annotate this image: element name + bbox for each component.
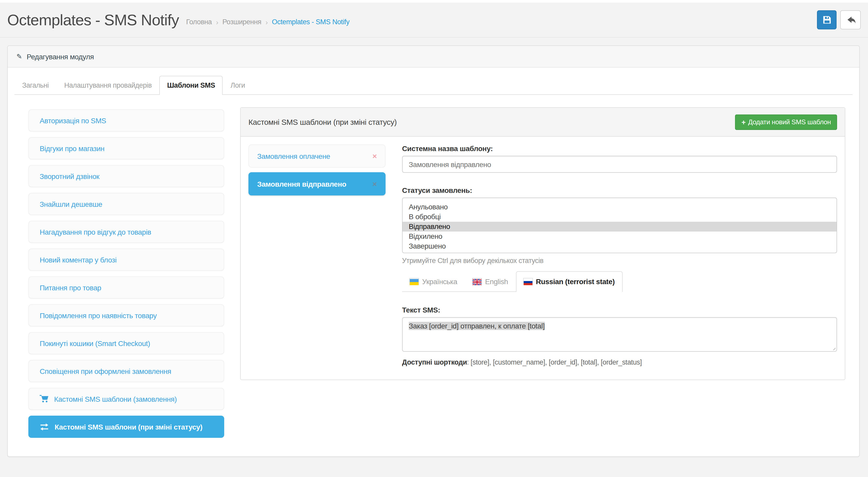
breadcrumb-current[interactable]: Octemplates - SMS Notify	[272, 18, 349, 26]
tab-providers[interactable]: Налаштування провайдерів	[57, 76, 159, 94]
statuses-hint: Утримуйте Ctrl для вибору декількох стат…	[402, 257, 837, 265]
status-option[interactable]: Завершено	[403, 241, 837, 251]
content-panel-heading: Кастомні SMS шаблони (при зміні статусу)…	[241, 108, 845, 137]
tab-logs[interactable]: Логи	[223, 76, 253, 94]
breadcrumb-home[interactable]: Головна	[186, 18, 212, 26]
page-title: Octemplates - SMS Notify	[7, 11, 179, 29]
breadcrumb-separator-icon: ›	[266, 18, 268, 26]
module-edit-panel: ✎ Редагування модуля Загальні Налаштуван…	[7, 46, 860, 457]
breadcrumb-separator-icon: ›	[216, 18, 218, 26]
shortcodes-help: Доступні шорткоди: [store], [customer_na…	[402, 358, 837, 366]
shortcodes-list: : [store], [customer_name], [order_id], …	[467, 358, 642, 366]
status-option-selected[interactable]: Відправлено	[403, 222, 837, 232]
save-button[interactable]	[817, 10, 837, 29]
module-panel-body: Загальні Налаштування провайдерів Шаблон…	[8, 76, 859, 444]
order-statuses-listbox[interactable]: Анульовано В обробці Відправлено Відхиле…	[402, 198, 837, 253]
shortcodes-label: Доступні шорткоди	[402, 358, 467, 366]
reply-arrow-icon	[845, 16, 856, 24]
module-tabs: Загальні Налаштування провайдерів Шаблон…	[14, 76, 852, 95]
page-header: Octemplates - SMS Notify Головна › Розши…	[0, 3, 868, 38]
template-form: Системна назва шаблону: Статуси замовлен…	[402, 144, 837, 366]
sidebar-item-product-question[interactable]: Питання про товар	[28, 276, 224, 299]
sidebar-item-sms-auth[interactable]: Авторизація по SMS	[28, 109, 224, 131]
language-tab-ukrainian[interactable]: Українська	[402, 271, 465, 291]
custom-status-templates-panel: Кастомні SMS шаблони (при зміні статусу)…	[240, 107, 845, 380]
sidebar-item-stock-notification[interactable]: Повідомлення про наявність товару	[28, 304, 224, 326]
sidebar-item-callback[interactable]: Зворотний дзвінок	[28, 165, 224, 187]
plus-icon: +	[741, 118, 746, 126]
status-option[interactable]: В обробці	[403, 212, 837, 222]
exchange-arrows-icon	[40, 423, 49, 430]
pencil-icon: ✎	[17, 53, 22, 60]
remove-template-icon[interactable]: ×	[372, 152, 377, 160]
shopping-cart-icon	[40, 395, 49, 403]
status-option[interactable]: Анульовано	[403, 202, 837, 212]
language-tab-russian[interactable]: Russian (terrorist state)	[516, 271, 622, 292]
top-strip	[0, 0, 868, 3]
module-panel-title: Редагування модуля	[27, 52, 94, 61]
tab-general[interactable]: Загальні	[14, 76, 57, 94]
admin-page: Octemplates - SMS Notify Головна › Розши…	[0, 0, 868, 477]
add-template-button[interactable]: + Додати новий SMS шаблон	[735, 114, 837, 130]
status-option[interactable]: Відхилено	[403, 232, 837, 241]
template-type-list: Авторизація по SMS Відгуки про магазин З…	[28, 109, 224, 444]
language-tabs: Українська	[402, 271, 622, 292]
tab-sms-templates[interactable]: Шаблони SMS	[159, 76, 223, 95]
flag-ukraine-icon	[410, 278, 418, 285]
sms-text-selected: Заказ [order_id] отправлен, к оплате [to…	[409, 322, 545, 330]
sidebar-item-store-reviews[interactable]: Відгуки про магазин	[28, 137, 224, 159]
sidebar-item-custom-templates-order[interactable]: Кастомні SMS шаблони (замовлення)	[28, 388, 224, 410]
breadcrumb: Головна › Розширення › Octemplates - SMS…	[186, 18, 349, 26]
template-chip-order-shipped[interactable]: Замовлення відправлено ×	[248, 172, 385, 196]
sidebar-item-order-notification[interactable]: Сповіщення при оформлені замовлення	[28, 360, 224, 382]
template-chip-order-paid[interactable]: Замовлення оплачене ×	[248, 144, 385, 168]
textarea-resize-handle[interactable]	[831, 346, 836, 350]
header-actions	[817, 10, 861, 29]
module-panel-heading: ✎ Редагування модуля	[8, 46, 859, 67]
content-panel-title: Кастомні SMS шаблони (при зміні статусу)	[248, 118, 397, 126]
content-panel-body: Замовлення оплачене × Замовлення відправ…	[241, 137, 845, 380]
breadcrumb-extensions[interactable]: Розширення	[222, 18, 261, 26]
template-name-label: Системна назва шаблону:	[402, 144, 837, 153]
remove-template-icon[interactable]: ×	[372, 179, 377, 188]
template-chip-list: Замовлення оплачене × Замовлення відправ…	[248, 144, 385, 200]
language-tab-english[interactable]: English	[465, 271, 516, 291]
sidebar-item-found-cheaper[interactable]: Знайшли дешевше	[28, 193, 224, 215]
sidebar-item-review-reminder[interactable]: Нагадування про відгук до товарів	[28, 221, 224, 243]
sidebar-item-abandoned-carts[interactable]: Покинуті кошики (Smart Checkout)	[28, 332, 224, 354]
sms-text-textarea[interactable]: Заказ [order_id] отправлен, к оплате [to…	[402, 317, 837, 352]
order-statuses-label: Статуси замовлень:	[402, 186, 837, 195]
sidebar-item-custom-templates-status[interactable]: Кастомні SMS шаблони (при зміні статусу)	[28, 416, 224, 438]
flag-russia-icon	[523, 278, 532, 285]
flag-uk-icon	[473, 278, 482, 285]
template-name-input[interactable]	[402, 156, 837, 173]
back-button[interactable]	[840, 10, 861, 29]
sidebar-item-new-blog-comment[interactable]: Новий коментар у блозі	[28, 248, 224, 271]
sms-templates-tab-content: Авторизація по SMS Відгуки про магазин З…	[14, 95, 852, 444]
floppy-disk-icon	[823, 16, 831, 24]
sms-text-label: Текст SMS:	[402, 306, 837, 314]
